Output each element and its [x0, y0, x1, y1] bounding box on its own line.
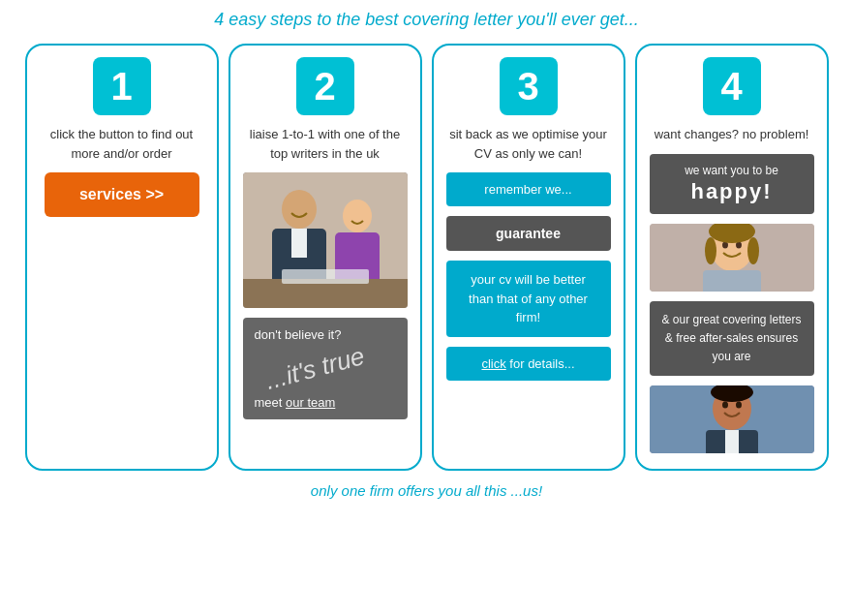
for-details-text: for details... [506, 356, 575, 371]
dont-believe-text: don't believe it? [255, 327, 396, 342]
happy-box: we want you to be happy! [650, 154, 814, 214]
column-4: 4 want changes? no problem! we want you … [635, 44, 829, 471]
column-1: 1 click the button to find out more and/… [25, 44, 219, 471]
its-true-text: ...it's true [255, 346, 396, 391]
step-2-number: 2 [296, 57, 354, 115]
header: 4 easy steps to the best covering letter… [15, 10, 838, 30]
svg-point-1 [282, 190, 317, 229]
column-2: 2 liaise 1-to-1 with one of the top writ… [228, 44, 422, 471]
we-want-text: we want you to be [661, 164, 803, 177]
meet-team-text: meet our team [255, 395, 396, 410]
guarantee-box: guarantee [446, 216, 611, 251]
smile-photo [650, 224, 814, 292]
step-2-desc: liaise 1-to-1 with one of the top writer… [240, 125, 411, 163]
header-title: 4 easy steps to the best covering letter… [15, 10, 838, 30]
its-true-span: ...it's true [261, 341, 367, 396]
svg-point-20 [722, 402, 728, 409]
man-photo [650, 385, 814, 453]
svg-rect-7 [282, 269, 369, 284]
step-3-desc: sit back as we optimise your CV as only … [443, 125, 614, 163]
step-3-number: 3 [500, 57, 558, 115]
svg-point-21 [736, 402, 742, 409]
step-4-desc: want changes? no problem! [655, 125, 809, 144]
services-button[interactable]: services >> [45, 172, 199, 217]
svg-rect-10 [703, 270, 761, 292]
svg-point-14 [705, 237, 716, 264]
cv-better-box: your cv will be better than that of any … [446, 261, 611, 337]
svg-rect-3 [291, 229, 307, 258]
step-4-number: 4 [703, 57, 761, 115]
svg-point-15 [747, 237, 759, 264]
column-3: 3 sit back as we optimise your CV as onl… [432, 44, 625, 471]
col2-photo [243, 172, 408, 308]
columns-container: 1 click the button to find out more and/… [15, 44, 838, 471]
svg-point-4 [343, 200, 372, 232]
footer-text: only one firm offers you all this ...us! [15, 482, 838, 499]
step-1-desc: click the button to find out more and/or… [37, 125, 207, 163]
step-1-number: 1 [93, 57, 151, 115]
great-covering-box: & our great covering letters & free afte… [650, 301, 814, 377]
happy-word: happy! [661, 179, 803, 204]
remember-box: remember we... [446, 172, 611, 206]
svg-rect-19 [725, 430, 739, 453]
click-details-box: click for details... [446, 347, 611, 381]
click-link[interactable]: click [481, 356, 505, 371]
dont-believe-box: don't believe it? ...it's true meet our … [243, 318, 408, 419]
our-team-link[interactable]: our team [286, 395, 335, 410]
